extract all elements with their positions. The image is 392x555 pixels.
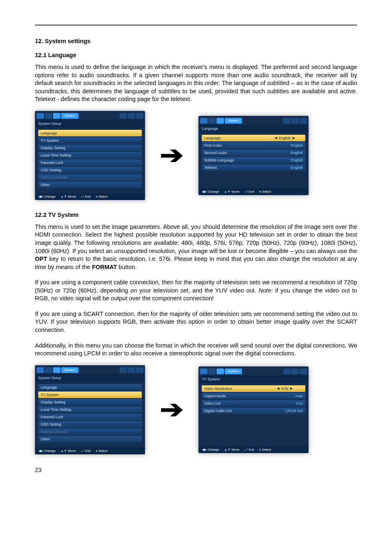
- menu-item: First AudioEnglish: [202, 142, 305, 149]
- menu-list: Video Resolution ◀576i▶ Aspect ModeAuto …: [198, 383, 309, 446]
- tab-icon: [283, 368, 291, 374]
- tab-icon: [37, 113, 44, 119]
- tab-system: System: [61, 113, 78, 119]
- top-tab-bar: System: [35, 111, 145, 120]
- menu-item: Local Time Setting: [38, 406, 142, 413]
- menu-item: Aspect ModeAuto: [202, 393, 305, 399]
- screenshot-system-setup-tvsystem: System System Setup Language TV System D…: [35, 365, 145, 454]
- menu-list: Language ◀English▶ First AudioEnglish Se…: [198, 132, 309, 188]
- screenshot-system-setup-language: System System Setup Language TV System D…: [35, 111, 145, 200]
- menu-item: Language ◀English▶: [202, 135, 305, 141]
- menu-item: Other: [38, 436, 142, 442]
- menu-item: OSD Setting: [38, 167, 142, 173]
- top-tab-bar: System: [198, 366, 309, 375]
- menu-item: Language: [38, 130, 142, 136]
- tab-icon: [45, 113, 52, 119]
- section-heading-system-settings: 12. System settings: [35, 38, 357, 44]
- menu-item: Subtitle LanguageEnglish: [202, 157, 305, 164]
- paragraph-tvsystem-1: This menu is used to set the image param…: [35, 223, 357, 271]
- menu-item: Video Resolution ◀576i▶: [202, 385, 305, 392]
- tab-icon: [136, 113, 143, 119]
- tab-icon: [128, 367, 135, 373]
- tab-system: System: [225, 118, 242, 124]
- menu-item: TV System: [38, 137, 142, 144]
- paragraph-tvsystem-3: If you are using a SCART connection, the…: [35, 310, 357, 334]
- menu-item: Local Time Setting: [38, 152, 142, 159]
- tab-icon: [300, 368, 307, 374]
- menu-item: Parental Lock: [38, 414, 142, 420]
- paragraph-tvsystem-4: Additionally, in this menu you can choos…: [35, 342, 357, 358]
- menu-item: Parental Lock: [38, 159, 142, 166]
- footer-hints: ◀▶ Change ▲▼ Move ⮐ Exit ● Select: [198, 446, 309, 453]
- top-tab-bar: System: [198, 116, 309, 125]
- tab-icon: [217, 118, 224, 124]
- menu-item: Video OutYUV: [202, 400, 305, 407]
- menu-item: TeletextEnglish: [202, 164, 305, 171]
- tab-icon: [120, 113, 127, 119]
- tab-icon: [208, 368, 216, 374]
- menu-item: Display Setting: [38, 145, 142, 151]
- tab-icon: [45, 367, 52, 373]
- top-tab-bar: System: [35, 365, 145, 374]
- panel-title: System Setup: [35, 120, 145, 127]
- tab-icon: [136, 367, 143, 373]
- section-heading-tv-system: 12.2 TV System: [35, 212, 357, 218]
- figure-row-language: System System Setup Language TV System D…: [35, 111, 357, 200]
- menu-item-disabled: Startup Channel: [38, 174, 142, 181]
- tab-icon: [291, 368, 299, 374]
- tab-icon: [200, 118, 208, 124]
- menu-item: Other: [38, 182, 142, 188]
- page-number: 23: [35, 467, 357, 473]
- screenshot-language-submenu: System Language Language ◀English▶ First…: [198, 116, 309, 195]
- menu-item: OSD Setting: [38, 421, 142, 428]
- menu-list: Language TV System Display Setting Local…: [35, 382, 145, 447]
- menu-item-disabled: Startup Channel: [38, 428, 142, 435]
- footer-hints: ◀▶ Change ▲▼ Move ⮐ Exit ● Select: [35, 447, 145, 454]
- footer-hints: ◀▶ Change ▲▼ Move ⮐ Exit ● Select: [198, 188, 309, 195]
- menu-item: Language: [38, 384, 142, 391]
- tab-icon: [53, 367, 60, 373]
- tab-icon: [217, 368, 224, 374]
- tab-icon: [128, 113, 135, 119]
- footer-hints: ◀▶ Change ▲▼ Move ⮐ Exit ● Select: [35, 193, 145, 200]
- figure-row-tvsystem: System System Setup Language TV System D…: [35, 365, 357, 454]
- tab-icon: [283, 118, 291, 124]
- tab-icon: [300, 118, 307, 124]
- panel-title: System Setup: [35, 374, 145, 382]
- arrow-icon: ➔: [155, 397, 189, 422]
- menu-list: Language TV System Display Setting Local…: [35, 127, 145, 193]
- panel-title: Language: [198, 125, 309, 132]
- tab-icon: [53, 113, 60, 119]
- menu-item: Second AudioEnglish: [202, 150, 305, 156]
- paragraph-language: This menu is used to define the language…: [35, 63, 357, 104]
- menu-item: TV System: [38, 391, 142, 398]
- paragraph-tvsystem-2: If you are using a component cable conne…: [35, 279, 357, 303]
- tab-icon: [291, 118, 299, 124]
- menu-item: Display Setting: [38, 399, 142, 405]
- arrow-icon: ➔: [155, 143, 189, 168]
- page-top-rule: [35, 25, 357, 25]
- tab-system: System: [225, 368, 242, 374]
- section-heading-language: 12.1 Language: [35, 52, 357, 58]
- screenshot-tvsystem-submenu: System TV System Video Resolution ◀576i▶…: [198, 366, 309, 453]
- tab-icon: [208, 118, 216, 124]
- menu-item: Digital Audio OutLPCM Out: [202, 408, 305, 414]
- tab-system: System: [61, 367, 78, 373]
- tab-icon: [200, 368, 208, 374]
- tab-icon: [37, 367, 44, 373]
- panel-title: TV System: [198, 375, 309, 383]
- tab-icon: [120, 367, 127, 373]
